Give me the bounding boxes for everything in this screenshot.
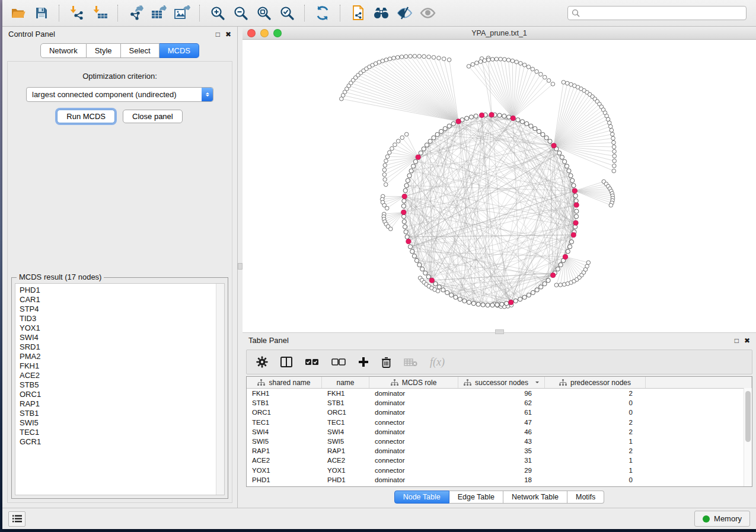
- network-node[interactable]: [413, 159, 417, 164]
- network-node[interactable]: [613, 154, 617, 158]
- column-header-name[interactable]: name: [322, 377, 369, 388]
- memory-button[interactable]: Memory: [694, 511, 750, 527]
- table-scrollbar-thumb[interactable]: [745, 391, 751, 442]
- network-node[interactable]: [556, 267, 560, 271]
- list-item[interactable]: TID3: [20, 314, 212, 323]
- sort-dropdown-icon[interactable]: [535, 382, 539, 385]
- network-node[interactable]: [499, 57, 503, 61]
- gear-icon[interactable]: [256, 356, 268, 368]
- network-node[interactable]: [420, 267, 425, 271]
- network-node[interactable]: [451, 121, 455, 126]
- network-node[interactable]: [467, 65, 471, 69]
- network-node[interactable]: [522, 295, 527, 299]
- network-node[interactable]: [516, 118, 520, 122]
- network-node[interactable]: [515, 60, 519, 64]
- list-item[interactable]: RAP1: [20, 399, 212, 409]
- network-node[interactable]: [535, 288, 539, 292]
- network-node[interactable]: [411, 164, 415, 168]
- export-table-icon[interactable]: [149, 4, 168, 22]
- mcds-network-node[interactable]: [511, 116, 515, 120]
- tab-node-table[interactable]: Node Table: [394, 491, 449, 504]
- network-node[interactable]: [497, 113, 502, 117]
- network-node[interactable]: [585, 264, 589, 268]
- tab-edge-table[interactable]: Edge Table: [449, 491, 503, 504]
- refresh-layout-icon[interactable]: [312, 4, 332, 22]
- network-node[interactable]: [403, 188, 407, 193]
- network-node[interactable]: [483, 59, 487, 63]
- network-node[interactable]: [432, 56, 436, 60]
- mcds-result-scrollbar[interactable]: [216, 284, 224, 495]
- network-node[interactable]: [409, 169, 413, 173]
- network-node[interactable]: [471, 302, 476, 306]
- vertical-splitter[interactable]: [237, 27, 243, 508]
- tab-network-table[interactable]: Network Table: [503, 491, 567, 504]
- network-node[interactable]: [533, 127, 537, 131]
- tab-motifs[interactable]: Motifs: [567, 491, 604, 504]
- network-node[interactable]: [403, 225, 407, 229]
- network-node[interactable]: [486, 303, 490, 307]
- network-node[interactable]: [462, 299, 467, 303]
- network-node[interactable]: [613, 159, 617, 163]
- network-node[interactable]: [476, 302, 480, 306]
- network-node[interactable]: [613, 164, 617, 168]
- table-row[interactable]: STB1STB1dominator620: [247, 398, 752, 408]
- network-node[interactable]: [474, 114, 478, 118]
- network-node[interactable]: [535, 69, 539, 73]
- mcds-network-node[interactable]: [573, 220, 578, 225]
- network-node[interactable]: [432, 136, 436, 140]
- network-node[interactable]: [612, 145, 616, 149]
- network-node[interactable]: [384, 159, 388, 163]
- run-mcds-button[interactable]: Run MCDS: [57, 110, 115, 123]
- column-header-predecessor-nodes[interactable]: predecessor nodes: [545, 377, 646, 388]
- mcds-network-node[interactable]: [572, 188, 577, 193]
- mcds-network-node[interactable]: [571, 232, 576, 237]
- network-node[interactable]: [564, 164, 569, 168]
- list-item[interactable]: SRD1: [20, 342, 212, 352]
- network-node[interactable]: [408, 245, 412, 249]
- search-input[interactable]: [582, 8, 742, 18]
- network-node[interactable]: [503, 57, 507, 62]
- save-icon[interactable]: [31, 4, 51, 22]
- import-table-icon[interactable]: [90, 4, 110, 22]
- network-node[interactable]: [426, 275, 430, 279]
- network-node[interactable]: [393, 143, 397, 147]
- mcds-network-node[interactable]: [551, 143, 556, 148]
- optimization-criterion-select[interactable]: largest connected component (undirected): [26, 87, 213, 102]
- mcds-network-node[interactable]: [416, 155, 420, 159]
- minimize-window-icon[interactable]: [260, 29, 269, 37]
- mcds-network-node[interactable]: [489, 113, 494, 117]
- network-node[interactable]: [427, 55, 431, 59]
- network-node[interactable]: [490, 57, 495, 62]
- network-node[interactable]: [559, 262, 563, 267]
- network-node[interactable]: [422, 55, 426, 59]
- export-network-icon[interactable]: [126, 4, 145, 22]
- network-node[interactable]: [539, 72, 543, 76]
- network-node[interactable]: [402, 220, 406, 224]
- network-node[interactable]: [400, 55, 404, 59]
- network-node[interactable]: [566, 249, 570, 254]
- network-node[interactable]: [404, 132, 409, 136]
- list-item[interactable]: SWI4: [20, 333, 212, 342]
- network-node[interactable]: [518, 297, 522, 301]
- network-node[interactable]: [417, 55, 422, 59]
- tab-style[interactable]: Style: [87, 43, 121, 58]
- network-node[interactable]: [454, 295, 458, 299]
- network-node[interactable]: [570, 178, 575, 182]
- zoom-out-icon[interactable]: [231, 4, 250, 22]
- list-item[interactable]: ORC1: [20, 390, 212, 399]
- network-node[interactable]: [390, 146, 394, 150]
- network-node[interactable]: [458, 297, 462, 301]
- network-node[interactable]: [465, 116, 469, 120]
- table-row[interactable]: SWI4SWI4dominator462: [247, 427, 752, 437]
- network-node[interactable]: [414, 258, 419, 262]
- network-node[interactable]: [573, 194, 578, 198]
- network-node[interactable]: [395, 56, 400, 60]
- horizontal-splitter-grip[interactable]: [495, 329, 504, 334]
- select-all-icon[interactable]: [305, 358, 319, 366]
- network-node[interactable]: [567, 169, 571, 173]
- network-node[interactable]: [527, 65, 531, 69]
- network-node[interactable]: [449, 293, 454, 297]
- network-node[interactable]: [559, 283, 563, 287]
- tab-select[interactable]: Select: [121, 43, 160, 58]
- network-node[interactable]: [546, 278, 550, 283]
